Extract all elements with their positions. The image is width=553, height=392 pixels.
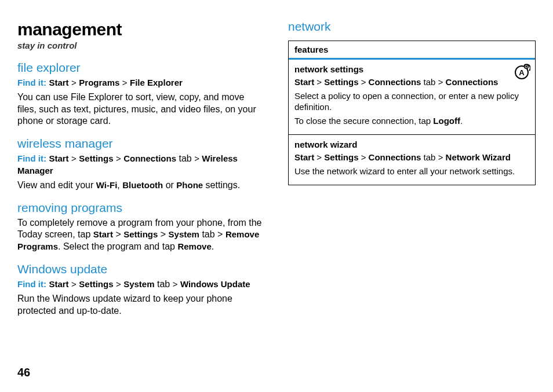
network-settings-body-a: Select a policy to open a connection, or… (294, 90, 529, 113)
tagline: stay in control (17, 41, 265, 50)
heading-file-explorer: file explorer (17, 61, 265, 75)
page-number: 46 (17, 366, 30, 379)
table-row: A network settings Start > Settings > Co… (289, 60, 535, 135)
network-settings-path: Start > Settings > Connections tab > Con… (294, 76, 529, 88)
find-it-label: Find it: (17, 279, 46, 289)
heading-network: network (288, 20, 536, 34)
row-title: network wizard (294, 140, 529, 149)
windows-update-body: Run the Windows update wizard to keep yo… (17, 293, 265, 317)
row-title: network settings (294, 64, 529, 74)
network-wizard-body: Use the network wizard to enter all your… (294, 166, 529, 177)
auto-answer-icon: A (513, 63, 530, 82)
page-title: management (17, 20, 265, 39)
heading-wireless-manager: wireless manager (17, 137, 265, 151)
wireless-manager-body: View and edit your Wi-Fi, Bluetooth or P… (17, 179, 265, 192)
find-it-label: Find it: (17, 153, 46, 163)
table-row: network wizard Start > Settings > Connec… (289, 135, 535, 185)
right-column: network features A network (288, 20, 536, 324)
wireless-manager-path: Find it: Start > Settings > Connections … (17, 153, 265, 177)
heading-windows-update: Windows update (17, 262, 265, 276)
file-explorer-path: Find it: Start > Programs > File Explore… (17, 77, 265, 89)
find-it-label: Find it: (17, 78, 46, 87)
features-table: features A network settings (288, 41, 536, 185)
windows-update-path: Find it: Start > Settings > System tab >… (17, 279, 265, 291)
heading-removing-programs: removing programs (17, 201, 265, 215)
network-settings-body-b: To close the secure connection, tap Logo… (294, 115, 529, 127)
svg-text:A: A (519, 68, 525, 77)
network-wizard-path: Start > Settings > Connections tab > Net… (294, 152, 529, 163)
left-column: management stay in control file explorer… (17, 20, 265, 324)
removing-programs-body: To completely remove a program from your… (17, 217, 265, 253)
file-explorer-body: You can use File Explorer to sort, view,… (17, 91, 265, 127)
features-header: features (289, 41, 535, 60)
